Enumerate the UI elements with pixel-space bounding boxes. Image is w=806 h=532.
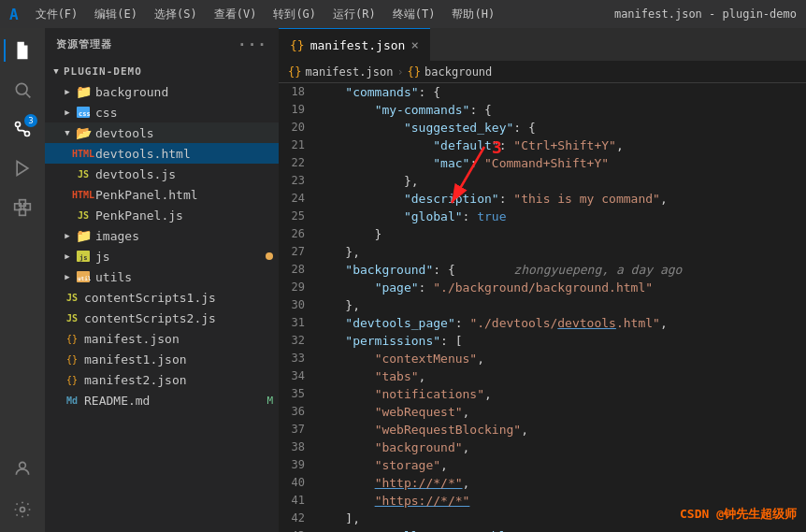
menu-goto[interactable]: 转到(G) (266, 5, 324, 24)
readme-icon: Md (64, 392, 80, 409)
tree-item-penkpanel-js[interactable]: JS PenkPanel.js (45, 205, 279, 225)
images-folder-icon: 📁 (75, 227, 92, 244)
penkpanel-html-icon: HTML (75, 186, 92, 203)
svg-rect-1 (19, 51, 25, 52)
breadcrumb-separator: › (396, 65, 403, 79)
line-num-36: 36 (279, 403, 316, 421)
code-line-20: 20 "suggested_key": { (279, 119, 806, 137)
line-content-22: "mac": "Command+Shift+Y" (316, 154, 806, 172)
code-editor[interactable]: 18 "commands": { 19 "my-commands": { 20 … (279, 83, 806, 532)
js-folder-icon: js (75, 248, 92, 265)
contentscripts1-icon: JS (64, 289, 80, 306)
line-num-18: 18 (279, 83, 316, 101)
svg-text:css: css (79, 110, 91, 118)
tree-item-devtools-js[interactable]: JS devtools.js (45, 164, 279, 184)
breadcrumb-section[interactable]: background (425, 65, 492, 79)
svg-point-5 (16, 122, 21, 127)
sidebar: 资源管理器 ··· ▼ PLUGIN-DEMO ▶ 📁 background ▶… (45, 28, 279, 532)
code-line-18: 18 "commands": { (279, 83, 806, 101)
menu-run[interactable]: 运行(R) (325, 5, 383, 24)
sidebar-header: 资源管理器 ··· (45, 28, 279, 61)
menu-edit[interactable]: 编辑(E) (87, 5, 145, 24)
menu-terminal[interactable]: 终端(T) (385, 5, 443, 24)
root-arrow: ▼ (49, 64, 64, 79)
sidebar-more-button[interactable]: ··· (237, 36, 267, 53)
tree-item-contentscripts2[interactable]: JS contentScripts2.js (45, 308, 279, 328)
tree-item-manifest[interactable]: {} manifest.json (45, 328, 279, 349)
line-num-19: 19 (279, 101, 316, 119)
line-num-26: 26 (279, 225, 316, 243)
tree-root[interactable]: ▼ PLUGIN-DEMO (45, 61, 279, 81)
activity-account[interactable] (4, 450, 41, 487)
line-num-35: 35 (279, 385, 316, 403)
menu-view[interactable]: 查看(V) (207, 5, 265, 24)
tree-item-readme[interactable]: Md README.md M (45, 390, 279, 410)
line-content-32: "permissions": [ (316, 332, 806, 350)
tab-close-button[interactable]: × (410, 38, 418, 51)
line-num-31: 31 (279, 314, 316, 332)
tab-manifest-json[interactable]: {} manifest.json × (279, 28, 430, 61)
editor-container: 18 "commands": { 19 "my-commands": { 20 … (279, 83, 806, 532)
tree-item-contentscripts1[interactable]: JS contentScripts1.js (45, 287, 279, 308)
code-line-26: 26 } (279, 225, 806, 243)
tab-json-icon: {} (290, 38, 305, 52)
activity-settings[interactable] (4, 491, 41, 528)
line-num-24: 24 (279, 190, 316, 208)
code-line-36: 36 "webRequest", (279, 403, 806, 421)
tree-item-utils[interactable]: ▶ util utils (45, 266, 279, 287)
code-line-32: 32 "permissions": [ (279, 332, 806, 350)
activity-explorer[interactable] (4, 32, 41, 69)
line-content-29: "page": "./background/background.html" (316, 279, 806, 296)
line-content-38: "background", (316, 439, 806, 456)
menu-help[interactable]: 帮助(H) (444, 5, 502, 24)
line-num-25: 25 (279, 208, 316, 225)
tree-item-penkpanel-html[interactable]: HTML PenkPanel.html (45, 184, 279, 205)
menu-file[interactable]: 文件(F) (28, 5, 86, 24)
main-layout: 3 资源管理器 ··· ▼ PLUGIN-DEMO ▶ (0, 28, 806, 532)
title-bar: A 文件(F) 编辑(E) 选择(S) 查看(V) 转到(G) 运行(R) 终端… (0, 0, 806, 28)
css-arrow: ▶ (60, 105, 75, 120)
images-label: images (95, 229, 139, 243)
tree-item-manifest1[interactable]: {} manifest1.json (45, 349, 279, 369)
svg-point-13 (21, 508, 25, 512)
line-num-43: 43 (279, 527, 316, 532)
code-line-21: 21 "default": "Ctrl+Shift+Y", (279, 137, 806, 154)
line-content-20: "suggested_key": { (316, 119, 806, 137)
code-line-28: 28 "background": { zhongyuepeng, a day a… (279, 261, 806, 279)
activity-scm[interactable]: 3 (4, 110, 41, 148)
line-num-27: 27 (279, 243, 316, 261)
line-num-41: 41 (279, 492, 316, 510)
tree-item-images[interactable]: ▶ 📁 images (45, 225, 279, 246)
activity-extensions[interactable] (4, 189, 41, 226)
line-content-31: "devtools_page": "./devtools/devtools.ht… (316, 314, 806, 332)
activity-debug[interactable] (4, 150, 41, 187)
utils-label: utils (95, 270, 132, 284)
svg-marker-7 (17, 162, 28, 176)
code-line-39: 39 "storage", (279, 456, 806, 474)
tree-item-devtools-html[interactable]: HTML devtools.html (45, 143, 279, 164)
menu-select[interactable]: 选择(S) (147, 5, 205, 24)
manifest2-json-icon: {} (64, 371, 80, 388)
window-title: manifest.json - plugin-demo (614, 7, 797, 21)
vscode-logo: A (9, 6, 19, 23)
line-content-30: }, (316, 296, 806, 314)
tree-item-background[interactable]: ▶ 📁 background (45, 81, 279, 102)
line-num-20: 20 (279, 119, 316, 137)
tree-item-js[interactable]: ▶ js js (45, 246, 279, 266)
menu-bar[interactable]: 文件(F) 编辑(E) 选择(S) 查看(V) 转到(G) 运行(R) 终端(T… (28, 5, 503, 24)
devtools-arrow: ▼ (60, 125, 75, 140)
tree-item-manifest2[interactable]: {} manifest2.json (45, 369, 279, 390)
manifest1-json-icon: {} (64, 351, 80, 367)
images-arrow: ▶ (60, 228, 75, 243)
code-line-43: 43 "externally_connectable": (279, 527, 806, 532)
activity-search[interactable] (4, 71, 41, 108)
tree-item-devtools[interactable]: ▼ 📂 devtools (45, 122, 279, 143)
tree-item-css[interactable]: ▶ css css (45, 102, 279, 122)
line-content-34: "tabs", (316, 367, 806, 385)
code-line-35: 35 "notifications", (279, 385, 806, 403)
line-num-42: 42 (279, 510, 316, 527)
breadcrumb-file[interactable]: manifest.json (305, 65, 393, 79)
tab-bar: {} manifest.json × (279, 28, 806, 61)
code-line-25: 25 "global": true (279, 208, 806, 225)
penkpanel-js-icon: JS (75, 207, 92, 223)
